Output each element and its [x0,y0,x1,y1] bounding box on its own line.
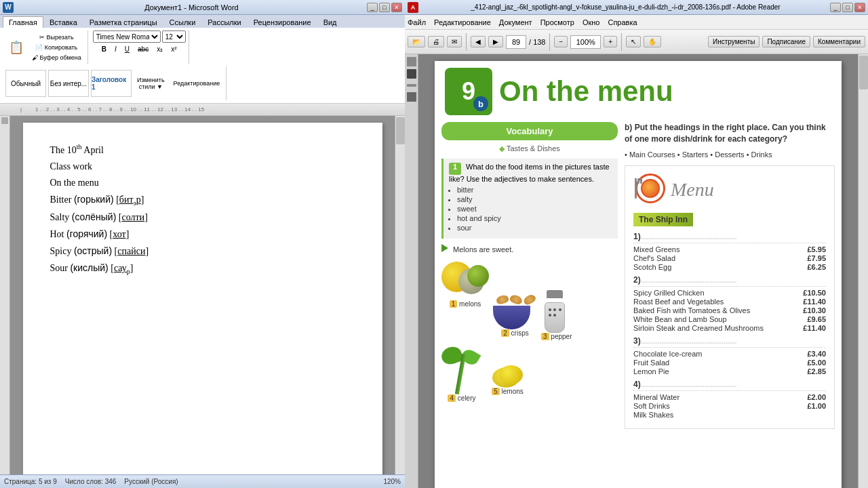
menu-item-fruit-salad: Fruit Salad £5.00 [633,359,826,367]
vocabulary-label: Vocabulary [441,122,618,140]
signature-icon[interactable] [407,84,416,87]
strikethrough-button[interactable]: abc [134,44,152,54]
hand-tool-button[interactable]: ✋ [644,36,661,47]
superscript-button[interactable]: x² [167,44,180,54]
cut-button[interactable]: ✂ Вырезать [28,33,85,42]
maximize-button[interactable]: □ [379,3,390,12]
section-3-num: 3)......................................… [633,336,826,348]
tab-layout[interactable]: Разметка страницы [83,16,163,28]
menu-item-soft-drinks: Soft Drinks £1.00 [633,402,826,410]
reader-minimize-button[interactable]: _ [830,3,841,12]
font-size-selector[interactable]: 12 [162,30,186,43]
bold-button[interactable]: B [98,44,110,54]
reader-sidebar [405,54,418,488]
pages-icon[interactable] [407,69,416,79]
reader-window-controls[interactable]: _ □ ✕ [830,3,865,12]
pepper-label: 3 pepper [541,333,572,340]
reader-scrollbar[interactable] [858,54,868,488]
underline-button[interactable]: U [121,44,133,54]
doc-line-classwork: Class work [50,161,355,172]
section-1-num: 1)......................................… [633,232,826,243]
doc-line-onthemenu: On the menu [50,178,355,188]
reader-titlebar: A _412-angl_jaz_-6kl_spotlight-angl_v-fo… [405,0,868,15]
close-button[interactable]: ✕ [391,3,402,12]
style-normal[interactable]: Обычный [5,70,46,97]
ship-inn-banner: The Ship Inn [633,213,693,226]
menu-item-mixed-greens: Mixed Greens £5.95 [633,245,826,253]
tools-button[interactable]: Инструменты [708,36,760,47]
celery-label: 4 celery [441,394,482,402]
paste-button[interactable]: 📋 [5,33,27,62]
word-window-controls[interactable]: _ □ ✕ [367,3,402,12]
prev-page-button[interactable]: ◀ [471,36,486,47]
pdf-header: 9 b On the menu [435,61,842,122]
copy-button[interactable]: 📄 Копировать [28,43,85,52]
next-page-button[interactable]: ▶ [488,36,503,47]
subscript-button[interactable]: x₂ [153,44,166,54]
menu-item-spicy-chicken: Spicy Grilled Chicken £10.50 [633,289,826,297]
open-button[interactable]: 📂 [408,36,425,47]
tab-mailings[interactable]: Рассылки [201,16,247,28]
style-no-spacing[interactable]: Без интер... [48,70,89,97]
question-b: b) Put the headings in the right place. … [625,122,835,145]
tab-home[interactable]: Главная [3,16,43,28]
tab-view[interactable]: Вид [317,16,343,28]
sign-button[interactable]: Подписание [762,36,810,47]
page-input[interactable] [506,35,526,49]
zoom-out-button[interactable]: − [554,36,568,47]
crisps-image [493,296,537,329]
tab-references[interactable]: Ссылки [163,16,202,28]
select-tool-button[interactable]: ↖ [626,36,641,47]
ribbon-toolbar: 📋 ✂ Вырезать 📄 Копировать 🖌 Буфер обмена… [0,28,405,104]
change-styles-button[interactable]: Изменитьстили ▼ [134,75,168,92]
tab-review[interactable]: Рецензирование [248,16,317,28]
categories-list: • Main Courses • Starters • Desserts • D… [625,150,835,159]
format-painter-button[interactable]: 🖌 Буфер обмена [28,53,85,62]
doc-line-date: The 10th April [50,143,355,156]
menu-window[interactable]: Окно [583,18,600,26]
editing-button[interactable]: Редактирование [170,79,224,88]
menu-document[interactable]: Документ [499,18,532,26]
word-title: Документ1 - Microsoft Word [16,3,367,12]
section-2-num: 2)......................................… [633,275,826,287]
pepper-image [541,296,568,333]
lemons-image [489,354,526,388]
word-left-scrollbar[interactable] [0,116,10,474]
reader-toolbar: 📂 🖨 ✉ ◀ ▶ / 138 − + ↖ ✋ Инструменты Подп… [405,30,868,54]
menu-file[interactable]: Файл [408,18,426,26]
task-1-bullets: bitter salty sweet hot and spicy sour [457,186,612,232]
zoom-input[interactable] [570,35,601,49]
reader-menubar: Файл Редактирование Документ Просмотр Ок… [405,15,868,30]
menu-edit[interactable]: Редактирование [434,18,491,26]
tab-insert[interactable]: Вставка [43,16,83,28]
reader-maximize-button[interactable]: □ [842,3,853,12]
reader-page-area[interactable]: 9 b On the menu Vocabulary Tastes & Dish… [418,54,858,488]
food-item-lemons: 5 lemons [489,354,526,402]
menu-view[interactable]: Просмотр [540,18,574,26]
task-1-box: 1 What do the food items in the pictures… [441,159,618,239]
tastes-dishes-label: Tastes & Dishes [441,144,618,153]
style-heading1[interactable]: Заголовок 1 [91,70,132,97]
print-button[interactable]: 🖨 [428,36,444,47]
menu-section-3: 3)......................................… [633,336,826,375]
menu-item-sirloin: Sirloin Steak and Creamed Mushrooms £11.… [633,324,826,332]
word-right-scrollbar[interactable] [395,116,405,474]
email-button[interactable]: ✉ [447,36,462,47]
bookmarks-icon[interactable] [407,57,416,66]
word-page-area[interactable]: The 10th April Class work On the menu Bi… [10,116,395,474]
plate-fork-icon [633,171,671,209]
reader-close-button[interactable]: ✕ [854,3,865,12]
word-statusbar: Страница: 5 из 9 Число слов: 346 Русский… [0,474,405,488]
comment-button[interactable]: Комментарии [813,36,865,47]
word-document-sheet: The 10th April Class work On the menu Bi… [23,123,382,474]
menu-box: Menu The Ship Inn 1)....................… [625,165,835,429]
zoom-in-button[interactable]: + [604,36,617,47]
italic-button[interactable]: I [111,44,120,54]
menu-help[interactable]: Справка [608,18,637,26]
menu-header: Menu [633,171,826,209]
minimize-button[interactable]: _ [367,3,378,12]
doc-line-sour: Sour (кислый) [саур] [50,262,355,275]
attachments-icon[interactable] [407,92,416,102]
bullet-salty: salty [457,195,612,203]
font-selector[interactable]: Times New Roman [93,30,161,43]
